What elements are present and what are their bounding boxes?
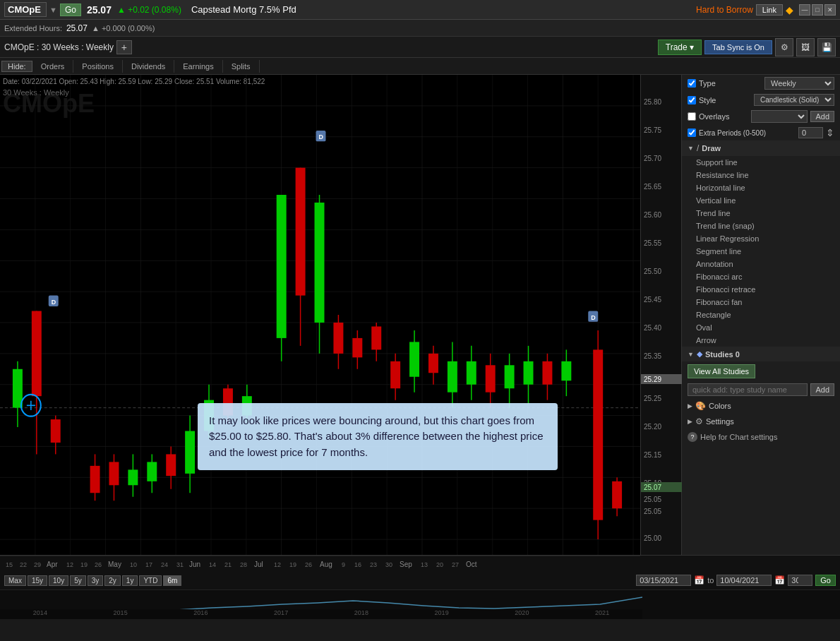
svg-text:19: 19 bbox=[289, 561, 296, 568]
range-1y[interactable]: 1y bbox=[122, 575, 138, 586]
date-range-buttons: Max 15y 10y 5y 3y 2y 1y YTD 6m bbox=[4, 575, 181, 586]
tabs-bar: Hide: Orders Positions Dividends Earning… bbox=[0, 58, 840, 75]
tab-orders[interactable]: Orders bbox=[32, 60, 74, 73]
range-5y[interactable]: 5y bbox=[70, 575, 86, 586]
draw-horizontal-line[interactable]: Horizontal line bbox=[682, 181, 840, 194]
extra-periods-stepper[interactable]: ⇕ bbox=[826, 127, 834, 138]
svg-text:27: 27 bbox=[452, 561, 459, 568]
draw-linear-regression[interactable]: Linear Regression bbox=[682, 232, 840, 245]
svg-rect-71 bbox=[390, 361, 400, 388]
draw-fibonacci-fan[interactable]: Fibonacci fan bbox=[682, 296, 840, 308]
draw-support-line[interactable]: Support line bbox=[682, 156, 840, 169]
add-chart-button[interactable]: + bbox=[116, 40, 132, 54]
settings-gear-icon: ⚙ bbox=[695, 417, 703, 426]
svg-text:28: 28 bbox=[240, 561, 247, 568]
svg-rect-47 bbox=[147, 462, 157, 481]
price-axis: 25.80 25.75 25.70 25.65 25.60 25.55 25.5… bbox=[640, 75, 681, 555]
style-checkbox[interactable] bbox=[688, 96, 696, 104]
svg-text:15: 15 bbox=[6, 561, 13, 568]
link-button[interactable]: Link bbox=[756, 4, 783, 16]
svg-text:25.70: 25.70 bbox=[644, 155, 661, 162]
range-ytd[interactable]: YTD bbox=[139, 575, 162, 586]
camera-icon-button[interactable]: 🖼 bbox=[796, 38, 815, 56]
overlays-add-button[interactable]: Add bbox=[810, 111, 834, 122]
style-label: Style bbox=[699, 96, 751, 104]
tab-positions[interactable]: Positions bbox=[73, 60, 123, 73]
svg-rect-79 bbox=[467, 361, 476, 385]
draw-trend-line[interactable]: Trend line bbox=[682, 207, 840, 220]
type-select[interactable]: Weekly Daily Monthly bbox=[764, 77, 834, 90]
calendar-to-icon[interactable]: 📅 bbox=[774, 575, 785, 585]
date-to-input[interactable] bbox=[716, 575, 772, 586]
top-bar: CMOpE ▼ Go 25.07 ▲ +0.02 (0.08%) Capstea… bbox=[0, 0, 840, 20]
add-study-button[interactable]: Add bbox=[810, 383, 834, 396]
range-6m[interactable]: 6m bbox=[163, 575, 181, 586]
svg-text:25.35: 25.35 bbox=[644, 352, 661, 360]
extra-periods-checkbox[interactable] bbox=[688, 128, 696, 137]
close-button[interactable]: ✕ bbox=[824, 4, 836, 16]
draw-annotation[interactable]: Annotation bbox=[682, 258, 840, 270]
settings-row[interactable]: ▶ ⚙ Settings bbox=[682, 414, 840, 429]
svg-text:12: 12 bbox=[66, 561, 73, 568]
ticker-input[interactable]: CMOpE bbox=[4, 2, 47, 17]
go-chart-button[interactable]: Go bbox=[815, 575, 836, 586]
date-controls: Max 15y 10y 5y 3y 2y 1y YTD 6m 📅 to 📅 Go bbox=[0, 571, 840, 589]
draw-arrow[interactable]: Arrow bbox=[682, 334, 840, 347]
draw-rectangle[interactable]: Rectangle bbox=[682, 308, 840, 321]
draw-segment-line[interactable]: Segment line bbox=[682, 245, 840, 258]
maximize-button[interactable]: □ bbox=[812, 4, 823, 16]
draw-trend-line-snap[interactable]: Trend line (snap) bbox=[682, 220, 840, 232]
range-10y[interactable]: 10y bbox=[49, 575, 68, 586]
help-row[interactable]: ? Help for Chart settings bbox=[682, 429, 840, 445]
draw-section-header[interactable]: ▼ / Draw bbox=[682, 140, 840, 156]
view-all-studies-button[interactable]: View All Studies bbox=[688, 364, 755, 378]
candle-chart-svg[interactable]: D D D bbox=[0, 75, 640, 555]
mini-chart: 2014 2015 2016 2017 2018 2019 2020 2021 bbox=[0, 589, 840, 619]
svg-text:22: 22 bbox=[20, 561, 27, 568]
studies-section-header[interactable]: ▼ ◆ Studies 0 bbox=[682, 347, 840, 361]
window-controls: — □ ✕ bbox=[799, 4, 836, 16]
tab-sync-button[interactable]: Tab Sync is On bbox=[704, 40, 772, 54]
extra-periods-input[interactable] bbox=[798, 127, 823, 138]
type-checkbox[interactable] bbox=[688, 79, 696, 88]
x-axis-svg: 15 22 29 Apr 12 19 26 May 10 17 24 31 Ju… bbox=[4, 556, 640, 572]
date-from-input[interactable] bbox=[636, 575, 691, 586]
range-2y[interactable]: 2y bbox=[104, 575, 121, 586]
overlays-select[interactable] bbox=[751, 110, 808, 123]
draw-fibonacci-retrace[interactable]: Fibonacci retrace bbox=[682, 283, 840, 296]
extended-hours-price: 25.07 bbox=[66, 23, 88, 33]
company-name: Capstead Mortg 7.5% Pfd bbox=[191, 4, 296, 15]
draw-oval[interactable]: Oval bbox=[682, 321, 840, 334]
svg-text:23: 23 bbox=[370, 561, 377, 568]
svg-rect-85 bbox=[524, 361, 534, 385]
draw-slash-icon: / bbox=[697, 143, 699, 153]
range-max[interactable]: Max bbox=[4, 575, 26, 586]
tab-splits[interactable]: Splits bbox=[223, 60, 260, 73]
periods-input[interactable] bbox=[788, 575, 812, 586]
svg-text:10: 10 bbox=[130, 561, 137, 568]
hide-button[interactable]: Hide: bbox=[1, 61, 32, 72]
calendar-from-icon[interactable]: 📅 bbox=[694, 575, 704, 585]
colors-row[interactable]: ▶ 🎨 Colors bbox=[682, 398, 840, 414]
range-15y[interactable]: 15y bbox=[28, 575, 47, 586]
study-search-input[interactable] bbox=[688, 383, 808, 396]
colors-label: Colors bbox=[709, 402, 731, 410]
overlays-checkbox[interactable] bbox=[688, 112, 696, 121]
settings-icon-button[interactable]: ⚙ bbox=[775, 38, 793, 56]
tab-earnings[interactable]: Earnings bbox=[174, 60, 222, 73]
draw-resistance-line[interactable]: Resistance line bbox=[682, 169, 840, 181]
tab-dividends[interactable]: Dividends bbox=[123, 60, 174, 73]
trade-button[interactable]: Trade ▾ bbox=[658, 40, 702, 55]
svg-text:19: 19 bbox=[80, 561, 88, 568]
style-select[interactable]: Candlestick (Solid) Candlestick OHLC bbox=[754, 94, 834, 106]
svg-rect-83 bbox=[505, 365, 515, 388]
draw-vertical-line[interactable]: Vertical line bbox=[682, 194, 840, 207]
minimize-button[interactable]: — bbox=[799, 4, 810, 16]
colors-palette-icon: 🎨 bbox=[695, 401, 706, 411]
go-button[interactable]: Go bbox=[60, 4, 81, 16]
svg-text:25.05: 25.05 bbox=[644, 508, 661, 515]
save-icon-button[interactable]: 💾 bbox=[817, 38, 836, 56]
draw-fibonacci-arc[interactable]: Fibonacci arc bbox=[682, 270, 840, 283]
svg-text:25.29: 25.29 bbox=[644, 376, 661, 383]
range-3y[interactable]: 3y bbox=[88, 575, 104, 586]
